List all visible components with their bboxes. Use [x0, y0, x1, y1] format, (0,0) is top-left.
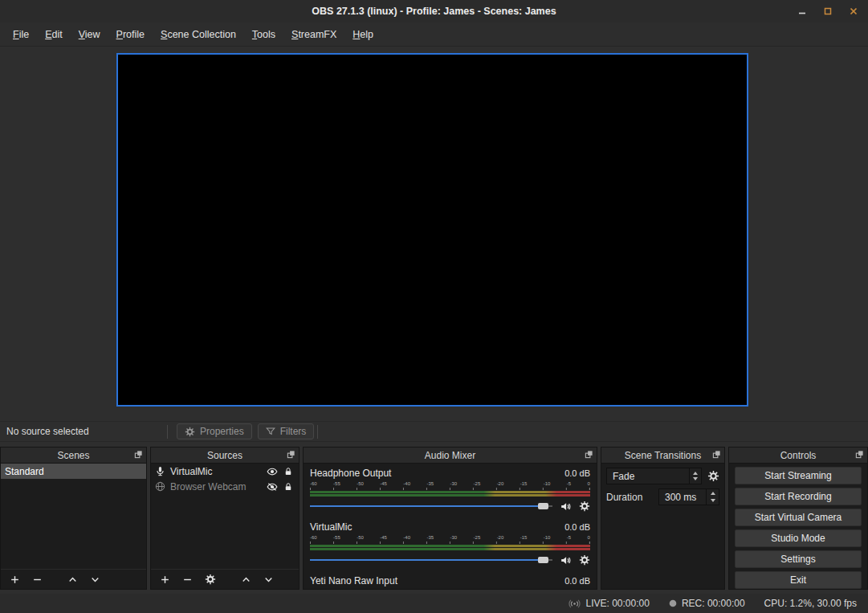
audio-mixer-dock: Audio Mixer Headphone Output 0.0 dB -60-… [303, 447, 597, 590]
menu-file[interactable]: File [5, 26, 37, 43]
source-label: VirtualMic [170, 466, 212, 477]
volume-slider-handle[interactable] [538, 557, 548, 563]
meter-bar-left [310, 545, 590, 547]
toolbar-separator [317, 425, 318, 439]
remove-source-button[interactable] [182, 574, 193, 585]
lock-icon[interactable] [283, 467, 293, 476]
scene-item-standard[interactable]: Standard [1, 464, 146, 479]
transition-select[interactable]: Fade [606, 468, 702, 484]
duration-decrement-button[interactable] [707, 497, 719, 505]
globe-icon [155, 481, 165, 492]
rec-time: REC: 00:00:00 [682, 598, 745, 609]
meter-ruler [310, 541, 590, 544]
dock-float-icon[interactable] [712, 450, 721, 459]
audio-mixer-header: Audio Mixer [304, 447, 597, 464]
chevron-down-icon [711, 499, 715, 502]
obs-window: OBS 27.1.3 (linux) - Profile: James - Sc… [0, 0, 868, 613]
scene-transitions-header: Scene Transitions [601, 447, 724, 464]
channel-settings-gear-icon[interactable] [579, 554, 590, 566]
start-streaming-button[interactable]: Start Streaming [735, 467, 862, 484]
controls-header: Controls [729, 447, 867, 464]
scene-label: Standard [5, 466, 44, 477]
move-source-down-button[interactable] [263, 574, 274, 585]
properties-button[interactable]: Properties [177, 423, 252, 439]
mute-speaker-icon[interactable] [560, 554, 572, 566]
controls-body: Start Streaming Start Recording Start Vi… [729, 464, 867, 589]
meter-scale: -60-55-50-45-40-35-30-25-20-15-10-50 [310, 535, 590, 541]
duration-increment-button[interactable] [707, 489, 719, 497]
move-source-up-button[interactable] [241, 574, 251, 585]
meter-bar-left [310, 491, 590, 493]
chevron-up-icon [693, 472, 698, 475]
source-item-browser-webcam[interactable]: Browser Webcam [151, 479, 299, 494]
maximize-button[interactable] [823, 6, 833, 16]
meter-scale: -60-55-50-45-40-35-30-25-20-15-10-50 [310, 481, 590, 487]
duration-spinbox[interactable]: 300 ms [658, 488, 719, 505]
controls-title: Controls [780, 450, 817, 461]
controls-dock: Controls Start Streaming Start Recording… [728, 447, 868, 590]
meter-ruler [310, 488, 590, 490]
menu-scene-collection[interactable]: Scene Collection [153, 26, 244, 43]
mixer-channel-virtualmic: VirtualMic 0.0 dB -60-55-50-45-40-35-30-… [304, 517, 597, 570]
scenes-list: Standard [1, 464, 146, 569]
move-scene-up-button[interactable] [67, 574, 78, 585]
volume-slider[interactable] [310, 500, 552, 513]
preview-canvas[interactable] [116, 53, 748, 407]
mute-speaker-icon[interactable] [560, 501, 572, 513]
source-item-virtualmic[interactable]: VirtualMic [151, 464, 299, 479]
minimize-button[interactable] [797, 6, 807, 16]
dock-float-icon[interactable] [287, 450, 295, 459]
menu-tools[interactable]: Tools [244, 26, 283, 43]
duration-value: 300 ms [659, 492, 706, 503]
record-dot-icon [669, 599, 677, 607]
visibility-eye-off-icon[interactable] [267, 481, 278, 492]
source-properties-gear-icon[interactable] [205, 574, 216, 585]
transition-select-arrows[interactable] [689, 468, 701, 484]
toolbar-separator [167, 425, 168, 439]
menu-streamfx[interactable]: StreamFX [283, 26, 344, 43]
move-scene-down-button[interactable] [90, 574, 100, 585]
visibility-eye-icon[interactable] [267, 466, 278, 477]
preview-area [0, 47, 868, 421]
remove-scene-button[interactable] [32, 574, 43, 585]
no-source-label: No source selected [6, 426, 164, 437]
menu-profile[interactable]: Profile [108, 26, 153, 43]
exit-button[interactable]: Exit [735, 571, 862, 589]
mic-icon [155, 466, 165, 476]
settings-button[interactable]: Settings [735, 550, 862, 568]
studio-mode-button[interactable]: Studio Mode [735, 529, 862, 547]
menu-view[interactable]: View [71, 26, 108, 43]
chevron-down-icon [693, 477, 698, 480]
dock-float-icon[interactable] [134, 450, 143, 459]
lock-icon[interactable] [283, 482, 293, 492]
menu-help[interactable]: Help [344, 26, 381, 43]
scene-transitions-dock: Scene Transitions Fade [601, 447, 725, 590]
scenes-toolbar [1, 569, 146, 589]
start-recording-button[interactable]: Start Recording [735, 488, 862, 505]
window-controls [797, 0, 858, 22]
dock-float-icon[interactable] [585, 450, 593, 459]
status-bar: LIVE: 00:00:00 REC: 00:00:00 CPU: 1.2%, … [0, 594, 868, 613]
close-button[interactable] [849, 6, 858, 16]
start-virtual-camera-button[interactable]: Start Virtual Camera [735, 509, 862, 526]
gear-icon [185, 427, 195, 437]
add-source-button[interactable] [160, 574, 170, 585]
channel-settings-gear-icon[interactable] [579, 501, 590, 512]
source-toolbar: No source selected Properties Filters [0, 421, 868, 442]
cpu-fps-status: CPU: 1.2%, 30.00 fps [764, 598, 857, 609]
broadcast-icon [568, 598, 581, 610]
menu-bar: File Edit View Profile Scene Collection … [0, 22, 868, 47]
dock-float-icon[interactable] [855, 450, 864, 459]
chevron-up-icon [711, 492, 715, 495]
filters-button[interactable]: Filters [258, 423, 315, 439]
volume-slider[interactable] [310, 554, 552, 566]
menu-edit[interactable]: Edit [37, 26, 71, 43]
cpu-fps-text: CPU: 1.2%, 30.00 fps [764, 598, 857, 609]
add-scene-button[interactable] [10, 574, 20, 585]
live-time: LIVE: 00:00:00 [585, 598, 649, 609]
filters-label: Filters [280, 426, 307, 437]
volume-slider-handle[interactable] [538, 503, 548, 509]
transition-settings-gear-icon[interactable] [707, 470, 719, 482]
channel-name: Yeti Nano Raw Input [310, 575, 397, 586]
sources-toolbar [151, 569, 299, 589]
